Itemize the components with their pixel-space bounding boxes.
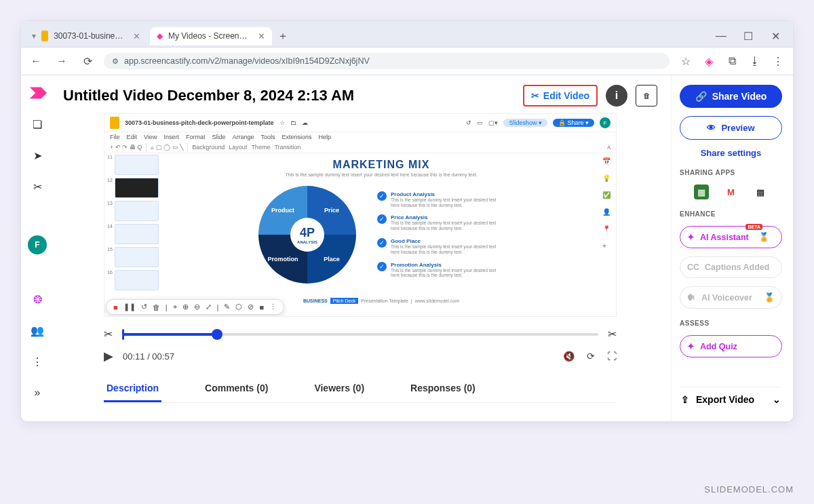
- browser-tab-2-active[interactable]: ◆ My Videos - Screencastify ✕: [150, 27, 272, 45]
- scissors-icon: ✂: [531, 90, 539, 101]
- pause-icon: ❚❚: [123, 303, 136, 311]
- tab-title: 30073-01-business-pitch-deck-: [54, 31, 125, 41]
- play-button[interactable]: ▶: [104, 349, 113, 364]
- trim-end-icon[interactable]: ✂: [608, 328, 617, 341]
- time-display: 00:11 / 00:57: [123, 351, 174, 362]
- award-icon[interactable]: ❂: [28, 290, 47, 309]
- slides-titlebar: 30073-01-business-pitch-deck-powerpoint-…: [104, 114, 616, 132]
- sparkle-icon: ✦: [687, 341, 695, 351]
- export-video-button[interactable]: ⇪ Export Video ⌄: [680, 387, 782, 412]
- eye-icon: 👁: [707, 123, 716, 133]
- share-settings-link[interactable]: Share settings: [680, 148, 782, 158]
- presenter-avatar: F: [600, 117, 610, 128]
- app-left-rail: ❏ ➤ ✂ F ❂ 👥 ⋮ »: [21, 75, 54, 421]
- slide-footer: BUSINESS Pitch Deck Presentation Templat…: [303, 298, 459, 304]
- slide-subtitle: This is the sample dummy text insert you…: [285, 172, 477, 177]
- browser-titlebar: ▾ 30073-01-business-pitch-deck- ✕ ◆ My V…: [21, 21, 793, 47]
- favicon-screencastify: ◆: [157, 31, 163, 41]
- ai-assistant-button[interactable]: ✦ AI Assistant BETA 🏅: [680, 226, 782, 248]
- chevron-down-icon: ⌄: [773, 394, 781, 405]
- playhead-handle[interactable]: [212, 329, 222, 340]
- send-icon[interactable]: ➤: [28, 146, 47, 165]
- cloud-icon: ☁: [302, 119, 308, 126]
- downloads-icon[interactable]: ⭳: [745, 52, 764, 71]
- video-preview[interactable]: 30073-01-business-pitch-deck-powerpoint-…: [104, 113, 617, 317]
- doc-title: 30073-01-business-pitch-deck-powerpoint-…: [125, 119, 274, 126]
- gmail-icon[interactable]: M: [724, 185, 739, 199]
- maximize-button[interactable]: ☐: [735, 25, 762, 47]
- library-icon[interactable]: ❏: [28, 115, 47, 134]
- extensions-icon[interactable]: ⧉: [722, 52, 741, 71]
- ai-voiceover-button[interactable]: 🗣 AI Voiceover 🏅: [680, 286, 782, 309]
- voice-icon: 🗣: [687, 293, 696, 303]
- close-window-button[interactable]: ✕: [762, 25, 789, 47]
- mute-icon[interactable]: 🔇: [563, 351, 575, 362]
- slides-toolbar: + ↶ ↷ 🖶 Q ▵ ▢ ◯ ▭ ╲ Background Layout Th…: [104, 142, 616, 153]
- record-icon: ■: [113, 303, 118, 311]
- collapse-icon[interactable]: »: [28, 383, 47, 402]
- cc-icon: CC: [687, 263, 699, 272]
- enhance-heading: ENHANCE: [680, 210, 782, 218]
- nav-back-button[interactable]: ←: [26, 52, 45, 71]
- browser-menu-icon[interactable]: ⋮: [769, 52, 788, 71]
- preview-button[interactable]: 👁 Preview: [680, 116, 782, 140]
- classroom-icon[interactable]: ▦: [694, 185, 709, 199]
- captions-added-button[interactable]: CC Captions Added: [680, 256, 782, 278]
- favicon-slides: [41, 31, 48, 41]
- trash-icon: 🗑: [153, 303, 160, 311]
- slides-menu: FileEditViewInsertFormatSlideArrangeTool…: [104, 132, 616, 142]
- trim-icon[interactable]: ✂: [28, 177, 47, 196]
- trim-start-icon[interactable]: ✂: [104, 328, 113, 341]
- tab-close-icon[interactable]: ✕: [133, 31, 140, 41]
- chevron-down-icon: ▾: [32, 31, 36, 41]
- address-bar[interactable]: ⚙ app.screencastify.com/v2/manage/videos…: [104, 53, 670, 69]
- star-icon: ☆: [279, 119, 285, 126]
- tab-description[interactable]: Description: [104, 379, 161, 402]
- right-panel: 🔗 Share Video 👁 Preview Share settings S…: [671, 75, 793, 421]
- nav-forward-button[interactable]: →: [52, 52, 71, 71]
- beta-badge: BETA: [745, 224, 762, 230]
- edit-video-label: Edit Video: [543, 90, 589, 101]
- reload-button[interactable]: ⟳: [78, 52, 97, 71]
- slideshow-button: Slideshow ▾: [503, 119, 547, 127]
- new-tab-button[interactable]: ＋: [275, 28, 291, 44]
- slide-heading: MARKETING MIX: [333, 159, 430, 171]
- player-controls: ▶ 00:11 / 00:57 🔇 ⟳ ⛶: [104, 349, 617, 364]
- speed-icon[interactable]: ⟳: [587, 351, 595, 362]
- people-icon[interactable]: 👥: [28, 321, 47, 340]
- sharing-apps-heading: SHARING APPS: [680, 169, 782, 176]
- more-icon[interactable]: ⋮: [28, 352, 47, 371]
- edit-video-button[interactable]: ✂ Edit Video: [523, 85, 598, 106]
- folder-icon: 🗀: [290, 119, 296, 126]
- tab-title: My Videos - Screencastify: [168, 31, 250, 41]
- reset-icon: ↺: [141, 303, 147, 311]
- bookmark-icon[interactable]: ☆: [676, 52, 695, 71]
- tab-responses[interactable]: Responses (0): [408, 379, 478, 402]
- minimize-button[interactable]: —: [708, 25, 735, 47]
- browser-tab-1[interactable]: ▾ 30073-01-business-pitch-deck- ✕: [25, 26, 147, 45]
- tab-comments[interactable]: Comments (0): [202, 379, 271, 402]
- share-video-button[interactable]: 🔗 Share Video: [680, 85, 782, 108]
- delete-icon[interactable]: 🗑: [636, 85, 657, 106]
- browser-toolbar: ← → ⟳ ⚙ app.screencastify.com/v2/manage/…: [21, 47, 793, 75]
- recording-toolbar: ■ ❚❚ ↺ 🗑 | ⌖ ⊕⊖⤢ | ✎⬡⊘■ ⋮: [106, 299, 284, 315]
- screencastify-logo-icon[interactable]: [28, 83, 47, 102]
- cursor-icon: ⌖: [173, 303, 177, 311]
- progress-track[interactable]: [122, 333, 598, 336]
- export-icon: ⇪: [681, 394, 689, 405]
- link-icon: 🔗: [695, 91, 707, 102]
- sparkle-icon: ✦: [687, 232, 695, 242]
- 4p-chart: Product Price Promotion Place 4PANALYSIS: [256, 184, 358, 286]
- add-quiz-button[interactable]: ✦ Add Quiz: [680, 335, 782, 357]
- video-title: Untitled Video December 8, 2024 2:13 AM: [63, 87, 515, 104]
- user-avatar[interactable]: F: [28, 235, 47, 254]
- ext-screencastify-icon[interactable]: ◈: [699, 52, 718, 71]
- site-settings-icon[interactable]: ⚙: [112, 57, 119, 66]
- info-icon[interactable]: i: [606, 85, 627, 106]
- qr-icon[interactable]: ▩: [753, 185, 768, 199]
- trim-scrubber[interactable]: ✂ ✂: [104, 328, 617, 341]
- fullscreen-icon[interactable]: ⛶: [607, 351, 617, 362]
- tab-viewers[interactable]: Viewers (0): [311, 379, 367, 402]
- tab-close-icon[interactable]: ✕: [258, 31, 265, 41]
- detail-tabs: Description Comments (0) Viewers (0) Res…: [104, 379, 617, 403]
